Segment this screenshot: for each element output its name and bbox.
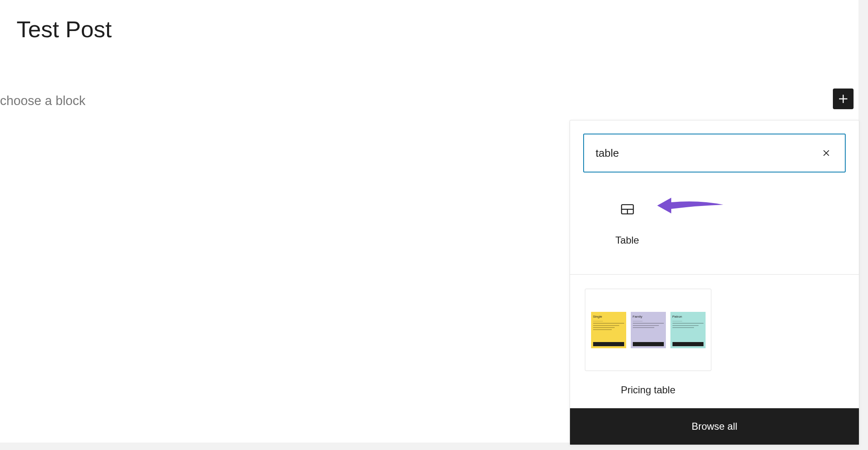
pricing-column-title: Patron	[672, 315, 703, 318]
pricing-column-family: Family ——————	[631, 312, 666, 348]
browse-all-button[interactable]: Browse all	[570, 408, 859, 445]
pattern-result-pricing-table[interactable]: Single —————— Family ——————	[585, 289, 711, 396]
close-icon	[822, 148, 831, 158]
search-wrapper	[570, 120, 859, 186]
annotation-arrow	[657, 196, 723, 215]
pricing-column-lines	[593, 325, 624, 342]
pricing-column-subtitle: ——————	[633, 320, 664, 323]
block-results-section: Table	[570, 186, 859, 275]
right-gutter	[858, 0, 868, 450]
block-inserter-popover: Table Single —————— Fam	[570, 120, 859, 445]
pricing-column-subtitle: ——————	[672, 320, 703, 323]
plus-icon	[837, 93, 849, 105]
pricing-column-button	[672, 342, 703, 346]
search-input[interactable]	[596, 147, 819, 160]
pricing-column-title: Family	[633, 315, 664, 318]
pattern-result-label: Pricing table	[621, 384, 675, 396]
add-block-button[interactable]	[833, 89, 854, 109]
table-icon	[620, 201, 635, 217]
pricing-column-lines	[672, 325, 703, 342]
block-result-label: Table	[615, 235, 639, 246]
pricing-column-lines	[633, 325, 664, 342]
block-placeholder-hint[interactable]: choose a block	[0, 93, 86, 108]
pattern-preview: Single —————— Family ——————	[585, 289, 711, 371]
pricing-column-single: Single ——————	[591, 312, 626, 348]
pricing-column-title: Single	[593, 315, 624, 318]
pricing-column-button	[633, 342, 664, 346]
pricing-column-subtitle: ——————	[593, 320, 624, 323]
block-result-table[interactable]: Table	[585, 190, 670, 254]
clear-search-button[interactable]	[819, 146, 833, 160]
pricing-column-button	[593, 342, 624, 346]
search-field	[583, 134, 846, 172]
post-title[interactable]: Test Post	[17, 16, 112, 43]
pricing-column-patron: Patron ——————	[670, 312, 706, 348]
pattern-results-section: Single —————— Family ——————	[570, 275, 859, 408]
